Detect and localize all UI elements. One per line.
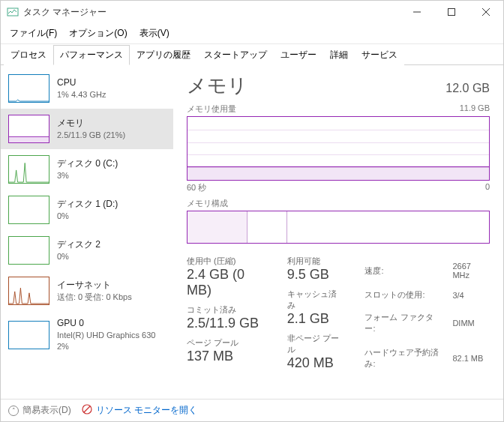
disk-thumb	[8, 196, 50, 224]
nonpaged-value: 420 MB	[287, 355, 343, 371]
svg-rect-2	[448, 9, 455, 16]
sidebar-item-ethernet[interactable]: イーサネット送信: 0 受信: 0 Kbps	[1, 271, 173, 311]
chevron-up-icon: ˄	[8, 406, 19, 416]
resmon-icon	[82, 404, 92, 417]
cpu-thumb	[8, 74, 50, 103]
sidebar-item-label: メモリ	[57, 117, 125, 130]
titlebar[interactable]: タスク マネージャー	[1, 1, 503, 23]
sidebar: CPU1% 4.43 GHz メモリ2.5/11.9 GB (21%) ディスク…	[1, 65, 173, 399]
avail-label: 利用可能	[287, 256, 343, 267]
sidebar-item-gpu0[interactable]: GPU 0Intel(R) UHD Graphics 630 2%	[1, 311, 173, 359]
axis-left: 60 秒	[187, 182, 206, 193]
total-memory: 12.0 GB	[446, 82, 490, 95]
tab-processes[interactable]: プロセス	[4, 45, 53, 65]
svg-rect-5	[9, 136, 49, 142]
tabs: プロセス パフォーマンス アプリの履歴 スタートアップ ユーザー 詳細 サービス	[1, 44, 503, 65]
tab-performance[interactable]: パフォーマンス	[53, 45, 130, 65]
paged-label: ページ プール	[187, 337, 266, 349]
sidebar-item-label: ディスク 1 (D:)	[57, 198, 118, 211]
commit-label: コミット済み	[187, 304, 266, 316]
sidebar-item-label: ディスク 2	[57, 238, 100, 251]
maximize-button[interactable]	[434, 1, 469, 23]
menu-options[interactable]: オプション(O)	[64, 25, 131, 42]
fewer-details-button[interactable]: ˄ 簡易表示(D)	[8, 404, 71, 417]
minimize-button[interactable]	[400, 1, 434, 23]
cached-value: 2.1 GB	[287, 311, 343, 327]
gpu-thumb	[8, 321, 50, 349]
ethernet-thumb	[8, 277, 50, 305]
close-button[interactable]	[469, 1, 503, 23]
sidebar-item-disk0[interactable]: ディスク 0 (C:)3%	[1, 149, 173, 190]
page-title: メモリ	[187, 73, 248, 99]
menu-view[interactable]: 表示(V)	[135, 25, 174, 42]
nonpaged-label: 非ページ プール	[287, 333, 343, 355]
sidebar-item-label: CPU	[57, 76, 106, 89]
avail-value: 9.5 GB	[287, 267, 343, 283]
commit-value: 2.5/11.9 GB	[187, 316, 266, 331]
resource-monitor-button[interactable]: リソース モニターを開く	[82, 404, 197, 417]
tab-users[interactable]: ユーザー	[274, 45, 323, 65]
memory-composition-graph[interactable]	[187, 211, 490, 244]
menubar: ファイル(F) オプション(O) 表示(V)	[1, 23, 503, 44]
sidebar-item-label: ディスク 0 (C:)	[57, 157, 118, 170]
svg-line-8	[84, 406, 90, 412]
window-title: タスク マネージャー	[23, 6, 400, 19]
tab-details[interactable]: 詳細	[323, 45, 355, 65]
main-panel: メモリ 12.0 GB メモリ使用量11.9 GB 60 秒0 メモリ構成 使用…	[173, 65, 503, 399]
memory-thumb	[8, 115, 50, 143]
tab-services[interactable]: サービス	[355, 45, 404, 65]
app-icon	[7, 6, 19, 18]
menu-file[interactable]: ファイル(F)	[5, 25, 62, 42]
usage-label: メモリ使用量	[187, 103, 236, 115]
axis-right: 0	[485, 182, 490, 193]
disk-thumb	[8, 155, 50, 184]
sidebar-item-label: イーサネット	[57, 279, 132, 292]
memory-meta-table: 速度:2667 MHz スロットの使用:3/4 フォーム ファクター:DIMM …	[363, 256, 490, 377]
inuse-value: 2.4 GB (0 MB)	[187, 267, 266, 298]
tab-apphistory[interactable]: アプリの履歴	[130, 45, 197, 65]
paged-value: 137 MB	[187, 349, 266, 364]
sidebar-item-disk2[interactable]: ディスク 20%	[1, 230, 173, 271]
usage-max: 11.9 GB	[460, 103, 490, 115]
memory-usage-graph[interactable]	[187, 116, 490, 181]
tab-startup[interactable]: スタートアップ	[197, 45, 274, 65]
composition-label: メモリ構成	[187, 198, 228, 209]
sidebar-item-disk1[interactable]: ディスク 1 (D:)0%	[1, 190, 173, 230]
sidebar-item-memory[interactable]: メモリ2.5/11.9 GB (21%)	[1, 109, 173, 149]
disk-thumb	[8, 236, 50, 265]
footer: ˄ 簡易表示(D) リソース モニターを開く	[1, 399, 503, 421]
sidebar-item-cpu[interactable]: CPU1% 4.43 GHz	[1, 68, 173, 109]
inuse-label: 使用中 (圧縮)	[187, 256, 266, 267]
cached-label: キャッシュ済み	[287, 289, 343, 311]
sidebar-item-label: GPU 0	[57, 317, 155, 330]
